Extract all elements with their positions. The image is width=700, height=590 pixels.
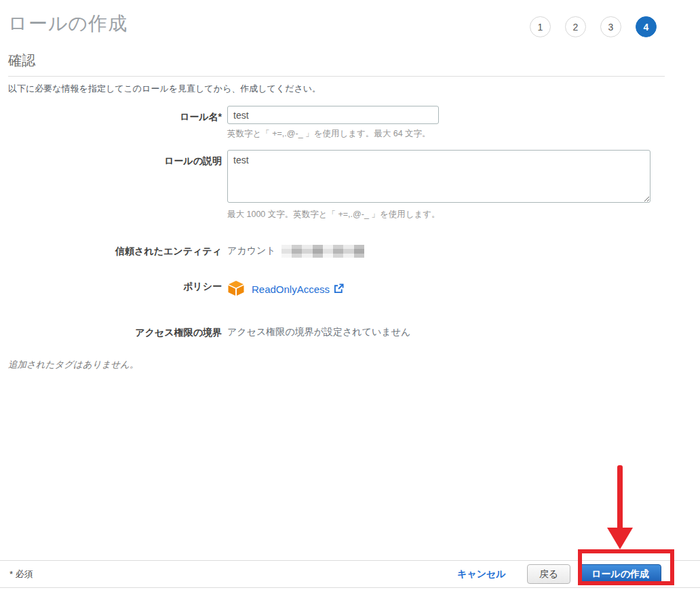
create-role-review-page: 1 2 3 4 ロールの作成 確認 以下に必要な情報を指定してこのロールを見直し…: [0, 0, 700, 590]
role-description-helper-text: 最大 1000 文字。英数字と「 +=,.@-_ 」を使用します。: [227, 209, 692, 220]
trusted-entities-value: アカウント: [227, 245, 276, 256]
role-description-textarea[interactable]: test: [227, 150, 650, 203]
policies-label: ポリシー: [8, 280, 227, 292]
external-link-icon: [334, 283, 344, 296]
annotation-arrow-icon: [606, 464, 634, 553]
step-3-indicator: 3: [600, 16, 621, 37]
role-name-helper-text: 英数字と「 +=,.@-_ 」を使用します。最大 64 文字。: [227, 128, 692, 140]
permissions-boundary-value: アクセス権限の境界が設定されていません: [227, 326, 692, 338]
role-name-input[interactable]: [227, 106, 439, 124]
trusted-entities-label: 信頼されたエンティティ: [8, 245, 227, 257]
policy-link-label: ReadOnlyAccess: [252, 283, 330, 295]
back-button[interactable]: 戻る: [527, 564, 570, 584]
role-description-row: ロールの説明 test 最大 1000 文字。英数字と「 +=,.@-_ 」を使…: [8, 150, 692, 220]
no-tags-note: 追加されたタグはありません。: [8, 359, 692, 371]
step-2-indicator: 2: [565, 16, 586, 37]
managed-policy-cube-icon: [227, 280, 245, 298]
policies-row: ポリシー ReadOnlyAccess: [8, 280, 692, 298]
policy-link-readonlyaccess[interactable]: ReadOnlyAccess: [252, 283, 344, 296]
wizard-step-indicator: 1 2 3 4: [530, 16, 657, 37]
section-divider: [8, 76, 665, 77]
trusted-entities-row: 信頼されたエンティティ アカウント: [8, 245, 692, 258]
cancel-link[interactable]: キャンセル: [457, 568, 506, 581]
section-heading-review: 確認: [8, 52, 692, 70]
wizard-footer-bar: * 必須 キャンセル 戻る ロールの作成: [0, 560, 700, 588]
role-name-label: ロール名*: [8, 106, 227, 123]
step-1-indicator: 1: [530, 16, 551, 37]
role-name-row: ロール名* 英数字と「 +=,.@-_ 」を使用します。最大 64 文字。: [8, 106, 692, 140]
permissions-boundary-row: アクセス権限の境界 アクセス権限の境界が設定されていません: [8, 326, 692, 338]
review-instructions: 以下に必要な情報を指定してこのロールを見直してから、作成してください。: [8, 83, 692, 95]
step-4-indicator-active: 4: [636, 16, 657, 37]
footer-actions: キャンセル 戻る ロールの作成: [457, 564, 661, 585]
role-description-label: ロールの説明: [8, 150, 227, 167]
permissions-boundary-label: アクセス権限の境界: [8, 326, 227, 338]
create-role-button[interactable]: ロールの作成: [579, 564, 661, 585]
redacted-account-id: [281, 245, 364, 258]
required-fields-note: * 必須: [9, 568, 33, 581]
